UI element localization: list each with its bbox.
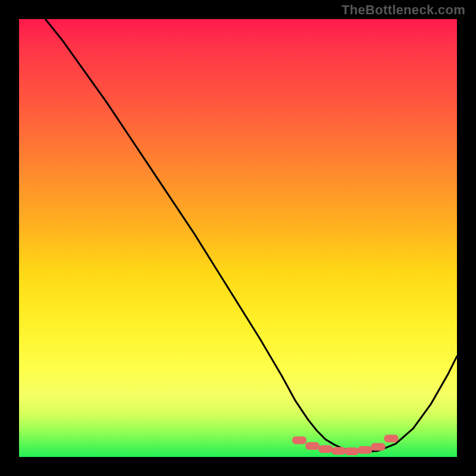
plot-area — [19, 19, 457, 457]
optimal-range-marker — [358, 446, 372, 454]
optimal-range-marker — [371, 443, 386, 451]
attribution-text: TheBottleneck.com — [342, 2, 465, 18]
bottleneck-curve — [45, 19, 457, 452]
optimal-range-marker — [318, 445, 333, 453]
optimal-range-marker — [292, 437, 306, 444]
chart-frame: TheBottleneck.com — [0, 0, 476, 476]
optimal-range-marker — [305, 442, 320, 450]
optimal-range-marker — [331, 447, 346, 455]
optimal-range-marker — [384, 435, 399, 443]
optimal-range-marker — [345, 447, 359, 455]
curve-layer — [19, 19, 457, 457]
